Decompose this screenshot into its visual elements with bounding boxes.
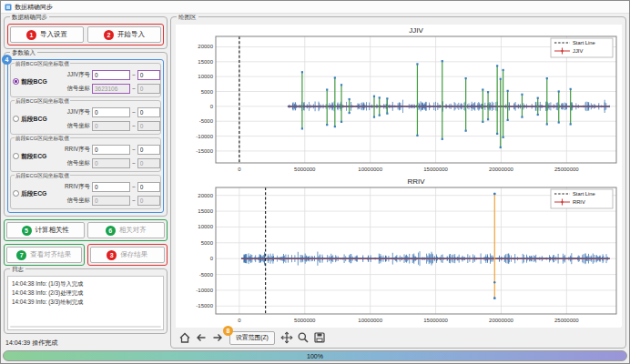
app-window: 数据精确同步 数据精确同步 1 导入设置 2 开始导入	[0, 0, 630, 364]
svg-text:20000000: 20000000	[489, 167, 513, 172]
back-ecg-rriv-from-input[interactable]	[92, 182, 130, 192]
view-align-result-label: 查看对齐结果	[30, 250, 71, 259]
back-bcg-jjiv-to-input[interactable]	[137, 107, 160, 117]
radio-icon[interactable]	[13, 153, 19, 159]
zoom-icon[interactable]	[297, 331, 310, 345]
action-row-2: 7 查看对齐结果 3 保存结果	[4, 244, 168, 266]
jjiv-chart: -15000-10000-500005000100001500020000050…	[176, 25, 622, 176]
action-row-1: 5 计算相关性 6 相关对齐	[4, 219, 168, 241]
correlation-align-button[interactable]: 6 相关对齐	[87, 222, 166, 238]
main-area: 数据精确同步 1 导入设置 2 开始导入 参数输入 4	[1, 14, 629, 349]
sync-group: 数据精确同步 1 导入设置 2 开始导入	[4, 16, 168, 49]
correlation-align-label: 相关对齐	[119, 226, 147, 235]
plot-group-title: 绘图区	[177, 14, 198, 22]
param-section-back-ecg: 后段ECG区间坐标取值 后段ECG RRIV序号 ~	[10, 175, 161, 209]
svg-text:15000: 15000	[198, 208, 213, 214]
svg-text:5000000: 5000000	[294, 318, 316, 323]
compute-correlation-button[interactable]: 5 计算相关性	[6, 222, 85, 238]
step-badge-4: 4	[2, 55, 12, 65]
svg-text:10000000: 10000000	[358, 167, 382, 172]
svg-text:Start Line: Start Line	[573, 40, 595, 46]
radio-front-ecg[interactable]: 前段ECG	[13, 152, 56, 161]
svg-text:-10000: -10000	[196, 134, 213, 139]
figure-canvas: -15000-10000-500005000100001500020000050…	[176, 25, 621, 328]
log-line: 14:04:39 Info: (3/3)绘制完成	[12, 298, 159, 307]
svg-text:Start Line: Start Line	[573, 191, 595, 197]
radio-icon[interactable]	[13, 116, 19, 122]
back-bcg-jjiv-from-input[interactable]	[92, 107, 130, 117]
forward-icon[interactable]	[210, 331, 224, 345]
back-bcg-coord-from-input[interactable]	[92, 121, 130, 131]
log-group-title: 日志	[10, 266, 25, 274]
save-icon[interactable]	[313, 331, 327, 345]
step-badge-8: 8	[223, 326, 233, 336]
svg-text:20000: 20000	[198, 44, 213, 49]
step-badge-5: 5	[22, 226, 32, 236]
svg-text:15000000: 15000000	[423, 318, 448, 323]
back-bcg-coord-to-input[interactable]	[137, 121, 160, 131]
view-result-annotation-frame: 7 查看对齐结果	[4, 244, 85, 266]
radio-icon[interactable]	[13, 190, 19, 197]
import-settings-button[interactable]: 1 导入设置	[10, 26, 84, 43]
log-group: 日志 14:04:38 Info: (1/3)导入完成 14:04:38 Inf…	[4, 268, 168, 334]
svg-text:JJIV: JJIV	[409, 26, 423, 35]
back-ecg-rriv-to-input[interactable]	[137, 182, 160, 192]
save-result-annotation-frame: 3 保存结果	[87, 244, 168, 266]
svg-text:-15000: -15000	[196, 148, 213, 154]
start-import-label: 开始导入	[117, 30, 145, 39]
plot-group: 绘图区 -15000-10000-50000500010000150002000…	[170, 16, 626, 349]
start-import-button[interactable]: 2 开始导入	[87, 26, 161, 43]
set-range-button[interactable]: 8 设置范围(Z)	[229, 331, 275, 345]
save-result-label: 保存结果	[120, 250, 147, 259]
svg-text:10000000: 10000000	[358, 318, 382, 323]
radio-icon[interactable]	[13, 78, 19, 85]
param-group: 参数输入 4 前段BCG区间坐标取值 前段BCG	[4, 52, 168, 217]
compute-correlation-label: 计算相关性	[36, 226, 70, 235]
progress-value: 100%	[307, 353, 323, 359]
front-bcg-jjiv-to-input[interactable]	[137, 70, 160, 80]
back-ecg-coord-from-input[interactable]	[92, 196, 130, 206]
step-badge-3: 3	[107, 250, 117, 260]
svg-text:5000000: 5000000	[294, 167, 316, 172]
front-bcg-coord-from-input[interactable]	[92, 84, 130, 94]
set-range-label: 设置范围(Z)	[236, 333, 269, 342]
svg-text:-10000: -10000	[196, 288, 213, 293]
log-line: 14:04:38 Info: (1/3)导入完成	[12, 279, 159, 288]
step-badge-2: 2	[104, 30, 114, 40]
param-section-front-ecg: 前段ECG区间坐标取值 前段ECG RRIV序号 ~	[10, 137, 161, 172]
front-ecg-rriv-to-input[interactable]	[137, 145, 160, 155]
home-icon[interactable]	[178, 331, 191, 345]
svg-text:RRIV: RRIV	[573, 199, 585, 205]
pan-icon[interactable]	[280, 331, 294, 345]
step-badge-1: 1	[26, 30, 36, 40]
svg-text:20000000: 20000000	[489, 318, 513, 323]
svg-text:15000000: 15000000	[423, 167, 448, 172]
log-line: 14:04:38 Info: (2/3)处理完成	[12, 288, 159, 298]
left-panel: 数据精确同步 1 导入设置 2 开始导入 参数输入 4	[4, 16, 168, 349]
rriv-chart: -15000-10000-500005000100001500020000050…	[176, 176, 622, 327]
radio-back-bcg[interactable]: 后段BCG	[13, 115, 56, 124]
svg-text:20000: 20000	[198, 193, 213, 198]
front-ecg-coord-to-input[interactable]	[137, 158, 160, 168]
save-result-button[interactable]: 3 保存结果	[90, 247, 166, 263]
status-text: 14:04:39 操作完成	[4, 337, 168, 349]
back-icon[interactable]	[194, 331, 208, 345]
log-output[interactable]: 14:04:38 Info: (1/3)导入完成 14:04:38 Info: …	[7, 276, 164, 330]
app-icon	[5, 4, 12, 11]
view-align-result-button[interactable]: 7 查看对齐结果	[6, 247, 82, 263]
front-bcg-coord-to-input[interactable]	[137, 84, 160, 94]
svg-text:JJIV: JJIV	[573, 48, 583, 54]
radio-front-bcg[interactable]: 前段BCG	[13, 77, 56, 86]
front-ecg-coord-from-input[interactable]	[92, 158, 130, 168]
svg-text:25000000: 25000000	[554, 167, 579, 172]
svg-text:5000: 5000	[201, 240, 214, 246]
svg-text:-5000: -5000	[199, 118, 214, 124]
back-ecg-coord-to-input[interactable]	[137, 196, 160, 206]
param-section-back-bcg: 后段BCG区间坐标取值 后段BCG JJIV序号 ~	[10, 100, 161, 135]
svg-text:25000000: 25000000	[554, 318, 579, 323]
front-bcg-jjiv-from-input[interactable]	[92, 70, 130, 80]
param-annotation-frame: 4 前段BCG区间坐标取值 前段BCG JJIV序号	[7, 59, 164, 213]
window-title: 数据精确同步	[15, 3, 53, 12]
front-ecg-rriv-from-input[interactable]	[92, 145, 130, 155]
radio-back-ecg[interactable]: 后段ECG	[13, 189, 56, 198]
